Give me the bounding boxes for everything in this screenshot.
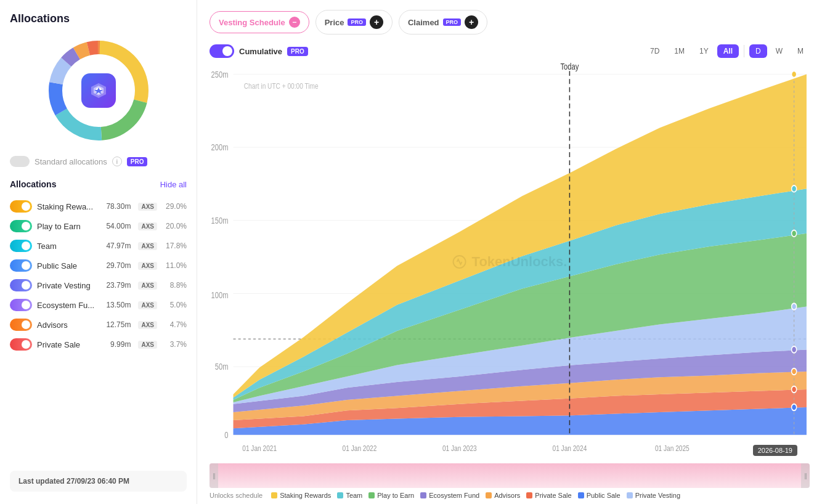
std-alloc-label: Standard allocations	[35, 157, 107, 166]
legend-label-5: Private Sale	[535, 492, 571, 499]
hide-all-button[interactable]: Hide all	[160, 180, 187, 189]
tab-claimed-pro-badge: PRO	[443, 18, 462, 26]
tab-claimed-label: Claimed	[408, 18, 439, 27]
tab-claimed-add-icon[interactable]: +	[465, 15, 478, 29]
alloc-value-7: 9.99m	[110, 340, 131, 349]
legend-dot-0	[271, 492, 277, 498]
info-icon[interactable]: i	[112, 156, 122, 166]
alloc-value-6: 12.75m	[106, 320, 131, 329]
time-separator	[744, 45, 744, 57]
last-updated-label: Last updated	[18, 477, 65, 486]
pro-badge: PRO	[127, 157, 148, 166]
alloc-pct-2: 17.8%	[165, 242, 187, 250]
alloc-name-2: Team	[37, 242, 101, 251]
interval-w[interactable]: W	[770, 44, 789, 58]
mini-chart: ‖ ‖	[210, 463, 810, 488]
alloc-token-5: AXS	[138, 301, 157, 309]
legend-dot-2	[368, 492, 375, 498]
svg-text:150m: 150m	[211, 216, 229, 226]
allocations-header: Allocations Hide all	[10, 179, 187, 189]
last-updated-bar: Last updated 27/09/23 06:40 PM	[10, 471, 187, 492]
interval-d[interactable]: D	[749, 44, 767, 58]
legend-item-7: Private Vesting	[627, 492, 680, 499]
legend-dot-1	[337, 492, 343, 498]
alloc-pct-6: 4.7%	[165, 320, 187, 329]
legend-label-1: Team	[346, 492, 362, 499]
svg-point-40	[792, 346, 797, 353]
token-logo	[81, 73, 116, 108]
svg-point-38	[792, 230, 797, 237]
alloc-pct-1: 20.0%	[165, 222, 187, 230]
alloc-toggle-0[interactable]	[10, 200, 32, 213]
alloc-token-4: AXS	[138, 282, 157, 290]
time-controls: 7D 1M 1Y All D W M	[644, 44, 810, 58]
alloc-toggle-2[interactable]	[10, 240, 32, 252]
donut-chart-container	[10, 35, 187, 146]
alloc-name-3: Public Sale	[37, 261, 101, 270]
cumulative-pro-badge: PRO	[287, 47, 308, 56]
legend-dot-6	[578, 492, 584, 498]
alloc-name-5: Ecosystem Fu...	[37, 301, 101, 310]
time-all[interactable]: All	[717, 44, 739, 58]
alloc-pct-7: 3.7%	[165, 340, 187, 349]
alloc-toggle-4[interactable]	[10, 279, 32, 291]
alloc-toggle-1[interactable]	[10, 220, 32, 232]
alloc-name-7: Private Sale	[37, 340, 105, 349]
alloc-item-2: Team 47.97m AXS 17.8%	[10, 236, 187, 256]
alloc-value-5: 13.50m	[106, 301, 131, 309]
tab-vesting-schedule[interactable]: Vesting Schedule −	[210, 11, 309, 33]
cumulative-toggle[interactable]	[210, 44, 234, 58]
legend-label-4: Advisors	[494, 492, 520, 499]
legend-item-1: Team	[337, 492, 362, 499]
tab-price-pro-badge: PRO	[348, 18, 366, 26]
alloc-token-2: AXS	[138, 242, 157, 250]
svg-point-42	[792, 386, 797, 393]
alloc-toggle-6[interactable]	[10, 319, 32, 331]
legend-label-0: Staking Rewards	[280, 492, 331, 499]
alloc-item-0: Staking Rewa... 78.30m AXS 29.0%	[10, 197, 187, 216]
time-7d[interactable]: 7D	[644, 44, 665, 58]
allocations-list: Staking Rewa... 78.30m AXS 29.0% Play to…	[10, 197, 187, 354]
cumulative-row: Cumulative PRO	[210, 44, 308, 58]
alloc-pct-3: 11.0%	[165, 261, 187, 270]
legend-item-2: Play to Earn	[368, 492, 414, 499]
svg-text:01 Jan 2025: 01 Jan 2025	[655, 444, 690, 453]
alloc-value-4: 23.79m	[106, 281, 131, 290]
tab-claimed[interactable]: Claimed PRO +	[399, 10, 487, 35]
mini-chart-right-handle[interactable]: ‖	[801, 463, 810, 488]
svg-text:01 Jan 2024: 01 Jan 2024	[553, 444, 587, 453]
tab-price-label: Price	[325, 18, 344, 27]
time-1y[interactable]: 1Y	[693, 44, 715, 58]
legend-label-2: Play to Earn	[377, 492, 414, 499]
svg-text:Today: Today	[561, 63, 579, 71]
alloc-pct-0: 29.0%	[165, 202, 187, 211]
alloc-pct-4: 8.8%	[165, 281, 187, 290]
legend-item-0: Staking Rewards	[271, 492, 331, 499]
last-updated-value: 27/09/23 06:40 PM	[67, 477, 129, 486]
standard-allocations-row: Standard allocations i PRO	[10, 156, 187, 167]
alloc-pct-5: 5.0%	[165, 301, 187, 309]
interval-m[interactable]: M	[791, 44, 810, 58]
alloc-toggle-5[interactable]	[10, 299, 32, 311]
std-alloc-toggle[interactable]	[10, 156, 30, 167]
watermark: TokenUnlocks.	[452, 254, 568, 270]
tab-price-add-icon[interactable]: +	[370, 15, 383, 29]
time-1m[interactable]: 1M	[668, 44, 691, 58]
tab-vesting-remove-icon[interactable]: −	[289, 17, 300, 28]
legend-title: Unlocks schedule	[210, 492, 262, 499]
mini-chart-left-handle[interactable]: ‖	[210, 463, 218, 488]
alloc-item-1: Play to Earn 54.00m AXS 20.0%	[10, 216, 187, 236]
legend-dot-4	[486, 492, 492, 498]
alloc-item-6: Advisors 12.75m AXS 4.7%	[10, 315, 187, 335]
svg-text:100m: 100m	[211, 290, 229, 301]
alloc-item-4: Private Vesting 23.79m AXS 8.8%	[10, 275, 187, 295]
svg-text:250m: 250m	[211, 69, 229, 79]
alloc-token-1: AXS	[138, 222, 157, 230]
alloc-toggle-7[interactable]	[10, 338, 32, 351]
svg-point-43	[792, 404, 797, 411]
alloc-name-4: Private Vesting	[37, 281, 101, 290]
svg-text:200m: 200m	[211, 142, 229, 153]
tab-price[interactable]: Price PRO +	[315, 10, 393, 35]
svg-text:01 Jan 2021: 01 Jan 2021	[242, 444, 277, 453]
alloc-toggle-3[interactable]	[10, 259, 32, 272]
